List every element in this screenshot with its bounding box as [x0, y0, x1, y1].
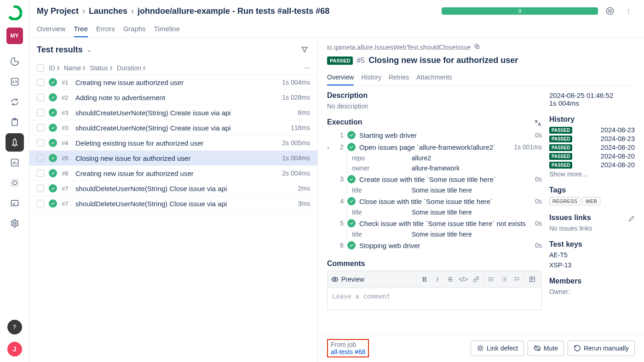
status-icon	[49, 93, 57, 102]
checkbox[interactable]	[37, 200, 44, 207]
checkbox[interactable]	[37, 124, 44, 131]
col-status[interactable]: Status▴▾	[90, 64, 112, 72]
checklist-icon[interactable]	[512, 274, 523, 285]
step-number: 5	[336, 220, 344, 227]
breadcrumb-project[interactable]: My Project	[37, 6, 79, 16]
execution-step[interactable]: › 2 Open issues page `allure-framework/a…	[327, 141, 542, 153]
history-item[interactable]: PASSED2024-08-20	[549, 161, 635, 169]
tab-graphs[interactable]: Graphs	[123, 21, 146, 37]
detail-tab-history[interactable]: History	[361, 70, 381, 85]
tab-tree[interactable]: Tree	[74, 21, 88, 37]
show-more-link[interactable]: Show more...	[549, 170, 635, 178]
detail-tab-attachments[interactable]: Attachments	[416, 70, 452, 85]
tag[interactable]: REGRESS	[549, 197, 581, 205]
tab-errors[interactable]: Errors	[96, 21, 115, 37]
strike-icon[interactable]: S	[445, 274, 456, 285]
rerun-button[interactable]: Rerun manually	[568, 340, 635, 356]
history-item[interactable]: PASSED2024-08-23	[549, 126, 635, 134]
job-link[interactable]: all-tests #68	[331, 348, 365, 356]
step-duration: 0s	[535, 220, 542, 227]
row-id: #3	[62, 109, 71, 116]
row-id: #4	[62, 140, 71, 147]
more-icon[interactable]: ⋮	[622, 5, 635, 17]
history-item[interactable]: PASSED2024-08-23	[549, 135, 635, 142]
stop-icon[interactable]	[604, 5, 616, 17]
checkbox[interactable]	[37, 94, 44, 101]
execution-step[interactable]: 3 Create issue with title `Some issue ti…	[327, 173, 542, 185]
table-row[interactable]: #3 shouldCreateUserNote(String) Create i…	[29, 120, 317, 136]
col-name[interactable]: Name▴▾	[64, 64, 85, 72]
breadcrumb-launches[interactable]: Launches	[89, 6, 127, 16]
copy-icon[interactable]	[474, 43, 480, 51]
table-row[interactable]: #2 Adding note to advertisement 1s 028ms	[29, 90, 317, 105]
table-row[interactable]: #3 shouldCreateUserNote(String) Create i…	[29, 105, 317, 120]
table-row[interactable]: #6 Creating new issue for authorized use…	[29, 166, 317, 181]
mute-button[interactable]: Mute	[528, 340, 564, 356]
tab-overview[interactable]: Overview	[37, 21, 66, 37]
checkbox[interactable]	[37, 170, 44, 177]
execution-step[interactable]: 1 Starting web driver 0s	[327, 129, 542, 141]
row-id: #7	[62, 200, 71, 207]
nav-sync-icon[interactable]	[6, 93, 24, 111]
link-defect-button[interactable]: Link defect	[471, 340, 524, 356]
col-id[interactable]: ID▴▾	[49, 64, 59, 72]
table-row[interactable]: #1 Creating new issue authorized user 1s…	[29, 75, 317, 90]
detail-tab-retries[interactable]: Retries	[389, 70, 409, 85]
help-icon[interactable]: ?	[7, 320, 22, 334]
detail-tab-overview[interactable]: Overview	[327, 70, 354, 85]
row-name: shouldCreateUserNote(String) Create issu…	[75, 109, 293, 117]
progress-bar[interactable]: 9	[442, 7, 598, 15]
filter-icon[interactable]	[299, 44, 310, 55]
preview-toggle[interactable]: Preview	[331, 276, 364, 283]
checkbox[interactable]	[37, 185, 44, 192]
ol-icon[interactable]	[499, 274, 510, 285]
row-name: Adding note to advertisement	[75, 94, 277, 102]
comment-input[interactable]: Leave a comment	[327, 288, 542, 310]
italic-icon[interactable]: I	[432, 274, 443, 285]
nav-clipboard-icon[interactable]	[6, 113, 24, 131]
param-key: owner	[352, 164, 412, 172]
status-badge: PASSED	[549, 144, 572, 151]
history-date: 2024-08-20	[601, 153, 635, 160]
tab-timeline[interactable]: Timeline	[154, 21, 180, 37]
history-heading: History	[549, 115, 635, 124]
nav-dashboard-icon[interactable]	[6, 52, 24, 71]
history-item[interactable]: PASSED2024-08-20	[549, 144, 635, 151]
checkbox[interactable]	[37, 154, 44, 162]
step-params: repoallure2ownerallure-framework	[346, 153, 542, 173]
nav-defects-icon[interactable]	[6, 174, 24, 192]
translate-icon[interactable]	[534, 119, 542, 129]
nav-settings-icon[interactable]	[6, 214, 24, 232]
detail-panel: io.qameta.allure.IssuesWebTest.shouldClo…	[318, 38, 644, 362]
nav-analytics-icon[interactable]	[6, 153, 24, 172]
code-icon[interactable]: </>	[458, 274, 469, 285]
tag[interactable]: WEB	[582, 197, 600, 205]
chevron-down-icon[interactable]: ⌄	[86, 46, 92, 53]
test-key: AE-T5	[549, 251, 635, 259]
nav-launches-icon[interactable]	[6, 133, 24, 152]
history-item[interactable]: PASSED2024-08-20	[549, 153, 635, 160]
table-icon[interactable]	[527, 274, 538, 285]
link-icon[interactable]	[471, 274, 482, 285]
project-avatar[interactable]: MY	[6, 28, 23, 44]
checkbox[interactable]	[37, 109, 44, 116]
ul-icon[interactable]	[486, 274, 497, 285]
nav-env-icon[interactable]	[6, 194, 24, 212]
checkbox-all[interactable]	[37, 64, 44, 72]
columns-more-icon[interactable]: ⋯	[304, 64, 310, 72]
user-avatar[interactable]: J	[7, 342, 22, 356]
col-duration[interactable]: Duration▴▾	[117, 64, 145, 72]
execution-step[interactable]: 4 Close issue with title `Some issue tit…	[327, 195, 542, 207]
table-row[interactable]: #7 shouldDeleteUserNote(String) Close is…	[29, 181, 317, 196]
execution-step[interactable]: 5 Check issue with title `Some issue tit…	[327, 217, 542, 229]
table-row[interactable]: #7 shouldDeleteUserNote(String) Close is…	[29, 196, 317, 211]
checkbox[interactable]	[37, 79, 44, 86]
execution-step[interactable]: 6 Stopping web driver 0s	[327, 239, 542, 251]
bold-icon[interactable]: B	[419, 274, 430, 285]
table-row[interactable]: #5 Closing new issue for authorized user…	[29, 151, 317, 166]
table-row[interactable]: #4 Deleting existing issue for authorize…	[29, 136, 317, 151]
edit-icon[interactable]	[628, 215, 635, 223]
nav-code-icon[interactable]	[6, 73, 24, 91]
checkbox[interactable]	[37, 139, 44, 147]
chevron-right-icon: ›	[82, 6, 85, 16]
